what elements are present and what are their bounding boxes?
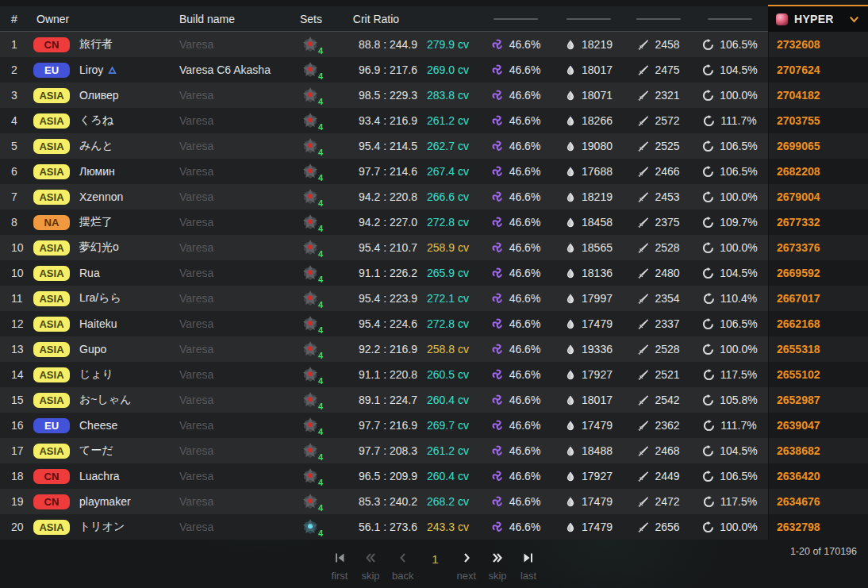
elem-dmg-cell: 46.6% [479, 89, 552, 102]
pagination-skip-back-button[interactable]: skip [361, 551, 380, 582]
pagination-last-button[interactable]: last [519, 551, 538, 582]
build-name: Varesa [179, 317, 289, 330]
header-sort-hyper[interactable]: HYPER [768, 5, 868, 32]
atk-icon [637, 521, 649, 533]
table-row[interactable]: 2 EU Liroy Varesa C6 Akasha 4 96.9 : 217… [0, 57, 868, 83]
sets-cell: 4 [289, 365, 333, 384]
table-row[interactable]: 5 ASIA みんと Varesa 4 95.4 : 214.5 262.7 c… [0, 133, 868, 159]
table-row[interactable]: 7 ASIA Xzennon Varesa 4 94.2 : 220.8 266… [0, 184, 868, 209]
build-name: Varesa [179, 444, 289, 457]
table-row[interactable]: 19 CN playmaker Varesa 4 85.3 : 240.2 26… [0, 489, 868, 514]
atk-icon [637, 445, 649, 457]
build-name: Varesa [179, 267, 289, 279]
crit-ratio: 97.7 : 216.9 [333, 419, 419, 432]
table-row[interactable]: 13 ASIA Gupo Varesa 4 92.2 : 216.9 258.8… [0, 336, 868, 362]
atk-value: 2472 [655, 495, 679, 508]
set-piece-count: 4 [318, 427, 323, 436]
elem-dmg-cell: 46.6% [479, 216, 552, 229]
build-name: Varesa [179, 216, 289, 229]
hyper-score: 2677332 [768, 209, 868, 235]
table-row[interactable]: 17 ASIA てーだ Varesa 4 97.7 : 208.3 261.2 … [0, 438, 868, 463]
atk-value: 2475 [655, 63, 679, 76]
table-row[interactable]: 12 ASIA Haiteku Varesa 4 95.4 : 224.6 27… [0, 311, 868, 336]
artifact-set-icon: 4 [301, 365, 321, 384]
verified-icon [107, 65, 117, 75]
table-row[interactable]: 14 ASIA じょり Varesa 4 91.1 : 220.8 260.5 … [0, 362, 868, 387]
hp-value: 17927 [582, 368, 613, 381]
region-badge-cell: CN [27, 494, 73, 509]
atk-icon [637, 140, 649, 152]
hp-value: 18017 [582, 394, 613, 406]
table-row[interactable]: 10 ASIA Rua Varesa 4 91.1 : 226.2 265.9 … [0, 260, 868, 286]
crit-ratio: 95.4 : 210.7 [333, 241, 419, 254]
table-row[interactable]: 11 ASIA Lra/らら Varesa 4 95.4 : 223.9 272… [0, 286, 868, 311]
header-elem-dmg-column[interactable] [479, 18, 552, 20]
hyper-score: 2679004 [768, 184, 868, 209]
hyper-score: 2634676 [768, 489, 868, 514]
table-row[interactable]: 20 ASIA トリオン Varesa 4 56.1 : 273.6 243.3… [0, 514, 868, 540]
elem-dmg-value: 46.6% [509, 419, 541, 432]
pagination-current-page[interactable]: 1 [425, 551, 444, 571]
table-row[interactable]: 4 ASIA くろね Varesa 4 93.4 : 216.9 261.2 c… [0, 108, 868, 133]
atk-value: 2321 [655, 89, 679, 102]
elem-dmg-value: 46.6% [509, 241, 541, 254]
table-row[interactable]: 16 EU Cheese Varesa 4 97.7 : 216.9 269.7… [0, 413, 868, 438]
sets-cell: 4 [289, 111, 333, 130]
elem-dmg-value: 46.6% [509, 470, 541, 482]
hp-icon [565, 115, 576, 127]
atk-value: 2458 [655, 38, 679, 51]
pagination-back-button[interactable]: back [392, 551, 413, 582]
er-value: 106.5% [720, 165, 757, 178]
table-row[interactable]: 8 NA 摆烂了 Varesa 4 94.2 : 227.0 272.8 cv [0, 209, 868, 235]
elem-dmg-cell: 46.6% [479, 63, 552, 76]
set-piece-count: 4 [318, 224, 323, 233]
hyper-score: 2707624 [768, 57, 868, 83]
crit-value: 267.4 cv [419, 165, 479, 178]
table-row[interactable]: 3 ASIA Оливер Varesa 4 98.5 : 229.3 283.… [0, 83, 868, 108]
atk-cell: 2480 [625, 267, 692, 279]
electro-dmg-icon [491, 368, 504, 381]
hp-cell: 19080 [552, 140, 625, 152]
hp-cell: 17479 [552, 495, 625, 508]
header-hp-column[interactable] [552, 18, 625, 20]
set-piece-count: 4 [318, 452, 323, 462]
region-badge: ASIA [33, 88, 70, 103]
energy-recharge-icon [702, 140, 714, 152]
dash-placeholder-icon [567, 18, 611, 20]
skip-forward-icon [491, 551, 504, 564]
header-atk-column[interactable] [625, 18, 692, 20]
er-cell: 117.5% [692, 495, 768, 508]
sets-cell: 4 [289, 492, 333, 511]
atk-cell: 2466 [625, 165, 692, 178]
region-badge: CN [33, 494, 70, 509]
atk-icon [637, 394, 649, 406]
atk-value: 2528 [655, 241, 679, 254]
pagination-first-button[interactable]: first [330, 551, 349, 582]
crit-ratio: 95.4 : 214.5 [333, 140, 419, 152]
hp-value: 17997 [582, 292, 613, 305]
table-row[interactable]: 18 CN Luachra Varesa 4 96.5 : 209.9 260.… [0, 463, 868, 489]
pagination-skip-forward-button[interactable]: skip [488, 551, 507, 582]
electro-dmg-icon [491, 89, 504, 102]
hyper-score: 2704182 [768, 83, 868, 108]
crit-ratio: 95.4 : 224.6 [333, 317, 419, 330]
build-name: Varesa C6 Akasha [179, 63, 289, 76]
header-er-column[interactable] [692, 18, 768, 20]
table-row[interactable]: 15 ASIA お~しゃん Varesa 4 89.1 : 224.7 260.… [0, 387, 868, 413]
energy-recharge-icon [702, 64, 714, 76]
hp-cell: 17479 [552, 419, 625, 432]
hp-cell: 17927 [552, 470, 625, 482]
hp-icon [565, 39, 576, 51]
atk-icon [637, 344, 649, 355]
er-cell: 106.5% [692, 165, 768, 178]
table-row[interactable]: 1 CN 旅行者 Varesa 4 88.8 : 244.9 279.9 cv [0, 32, 868, 57]
region-badge: ASIA [33, 342, 70, 357]
table-row[interactable]: 10 ASIA 夢幻光o Varesa 4 95.4 : 210.7 258.9… [0, 235, 868, 260]
electro-dmg-icon [491, 495, 504, 508]
elem-dmg-cell: 46.6% [479, 521, 552, 533]
header-rank: # [0, 13, 27, 25]
sort-column-label: HYPER [794, 13, 842, 25]
table-row[interactable]: 6 ASIA Люмин Varesa 4 97.7 : 214.6 267.4… [0, 159, 868, 184]
pagination-next-button[interactable]: next [456, 551, 476, 582]
energy-recharge-icon [702, 521, 714, 533]
